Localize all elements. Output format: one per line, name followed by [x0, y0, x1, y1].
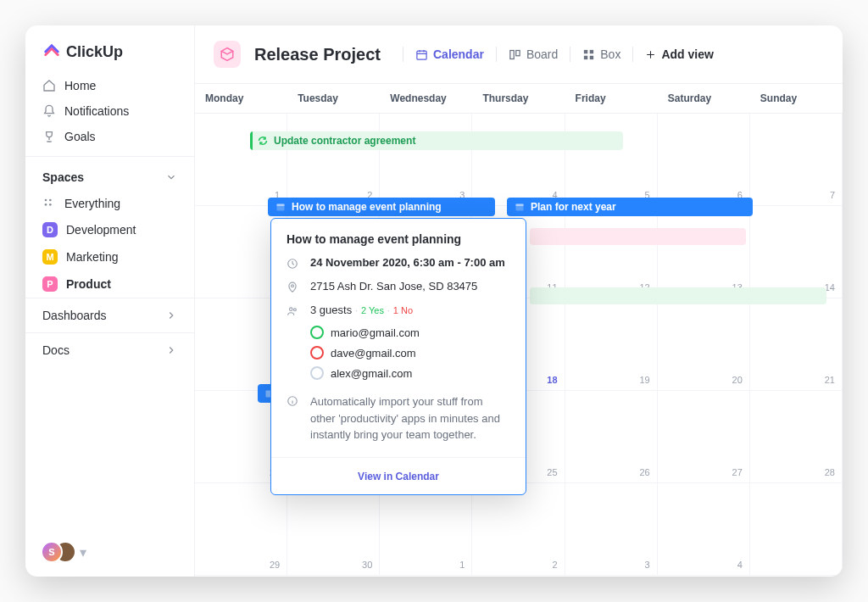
event-label: Update contractor agreement — [274, 135, 415, 147]
spaces-header[interactable]: Spaces — [25, 156, 194, 191]
calendar-date-icon — [514, 201, 526, 213]
guest-status-icon — [310, 346, 324, 360]
space-development[interactable]: D Development — [25, 216, 194, 243]
calendar-date-icon — [275, 201, 287, 213]
add-view-button[interactable]: Add view — [645, 47, 713, 61]
group-docs[interactable]: Docs — [25, 332, 194, 367]
svg-rect-5 — [510, 50, 514, 59]
calendar-cell[interactable]: 13 — [658, 206, 750, 298]
popover-datetime: 24 November 2020, 6:30 am - 7:00 am — [310, 256, 505, 269]
event-contractor-agreement[interactable]: Update contractor agreement — [250, 131, 623, 150]
calendar-cell[interactable]: 1 — [195, 114, 287, 206]
trophy-icon — [42, 130, 56, 143]
day-header: Monday — [195, 84, 287, 113]
calendar-cell[interactable]: 12 — [565, 206, 658, 298]
brand-logo[interactable]: ClickUp — [25, 25, 194, 73]
svg-rect-6 — [516, 50, 520, 55]
nav-label: Home — [64, 79, 96, 92]
chevron-right-icon — [165, 309, 177, 321]
svg-rect-8 — [590, 49, 593, 53]
tab-box[interactable]: Box — [582, 47, 620, 61]
space-label: Development — [66, 223, 136, 237]
nav-label: Goals — [64, 130, 96, 143]
guest-status-icon — [310, 366, 324, 380]
divider — [496, 47, 497, 62]
space-marketing[interactable]: M Marketing — [25, 243, 194, 270]
avatar-caret-icon[interactable]: ▾ — [80, 544, 86, 560]
calendar-cell[interactable]: 21 — [750, 298, 843, 391]
svg-rect-4 — [417, 51, 426, 59]
event-plan-next-year[interactable]: Plan for next year — [507, 198, 753, 216]
calendar-cell[interactable]: 3 — [565, 483, 658, 576]
nav-home[interactable]: Home — [25, 73, 194, 98]
date-num: 27 — [732, 467, 743, 477]
calendar-cell[interactable]: 14 — [750, 206, 843, 298]
plus-icon — [645, 49, 656, 60]
space-everything[interactable]: Everything — [25, 191, 194, 216]
tab-board[interactable]: Board — [509, 47, 558, 61]
calendar-cell[interactable]: 1 — [380, 483, 472, 576]
date-num: 20 — [732, 375, 743, 385]
calendar-cell[interactable]: 7 — [750, 114, 843, 206]
tab-label: Box — [600, 47, 620, 61]
calendar-cell[interactable]: 28 — [750, 391, 843, 483]
date-num: 21 — [825, 375, 835, 385]
popover-title: How to manage event planning — [271, 219, 526, 251]
svg-rect-12 — [277, 204, 285, 207]
event-bar-pink[interactable] — [530, 228, 746, 245]
guest-row[interactable]: dave@gmail.com — [271, 343, 526, 363]
svg-rect-14 — [516, 204, 524, 207]
tab-label: Calendar — [433, 47, 484, 61]
event-manage-event-planning[interactable]: How to manage event planning — [268, 198, 495, 216]
popover-guests-row: 3 guests · 2 Yes · 1 No — [271, 298, 526, 322]
guests-summary: 3 guests — [310, 304, 352, 316]
space-badge: P — [42, 276, 58, 292]
day-header: Friday — [565, 84, 658, 113]
calendar-cell[interactable]: 6 — [658, 114, 750, 206]
board-icon — [509, 48, 521, 61]
guest-email: dave@gmail.com — [331, 347, 416, 360]
svg-point-0 — [45, 199, 47, 202]
svg-point-2 — [45, 203, 47, 206]
event-label: Plan for next year — [531, 201, 616, 213]
popover-datetime-row: 24 November 2020, 6:30 am - 7:00 am — [271, 251, 526, 275]
day-header: Saturday — [658, 84, 750, 113]
group-label: Dashboards — [42, 309, 107, 322]
calendar-cell[interactable]: 2 — [472, 483, 565, 576]
view-in-calendar-link[interactable]: View in Calendar — [358, 471, 439, 482]
nav-notifications[interactable]: Notifications — [25, 98, 194, 124]
calendar-cell[interactable]: 19 — [565, 298, 658, 391]
svg-point-19 — [293, 309, 296, 311]
calendar-cell[interactable]: 4 — [658, 483, 750, 576]
calendar-cell[interactable] — [750, 483, 843, 576]
group-dashboards[interactable]: Dashboards — [25, 298, 194, 332]
calendar-cell[interactable]: 3 — [380, 114, 472, 206]
user-avatar[interactable] — [41, 541, 63, 563]
tab-label: Add view — [661, 47, 713, 61]
topbar: Release Project Calendar Board Box — [195, 25, 843, 84]
calendar-cell[interactable]: 4 — [472, 114, 565, 206]
guest-row[interactable]: mario@gmail.com — [271, 322, 526, 343]
calendar-cell[interactable]: 20 — [658, 298, 750, 391]
guest-row[interactable]: alex@gmail.com — [271, 363, 526, 383]
calendar-cell[interactable]: 26 — [565, 391, 658, 483]
sidebar-footer: ▾ — [25, 527, 194, 577]
calendar-cell[interactable]: 29 — [195, 483, 287, 576]
calendar-cell[interactable]: 30 — [287, 483, 380, 576]
event-bar-green[interactable] — [530, 287, 826, 304]
calendar-cell[interactable]: 5 — [565, 114, 658, 206]
day-header: Wednesday — [380, 84, 472, 113]
svg-rect-9 — [584, 55, 587, 59]
calendar-cell[interactable]: 2 — [287, 114, 380, 206]
nav-goals[interactable]: Goals — [25, 124, 194, 149]
refresh-icon — [257, 135, 269, 147]
calendar-cell[interactable]: 27 — [658, 391, 750, 483]
popover-location: 2715 Ash Dr. San Jose, SD 83475 — [310, 280, 477, 293]
space-product[interactable]: P Product — [25, 270, 194, 298]
date-num: 19 — [639, 375, 649, 385]
people-icon — [287, 305, 300, 317]
svg-point-18 — [290, 308, 293, 311]
tab-calendar[interactable]: Calendar — [415, 47, 484, 61]
guest-email: mario@gmail.com — [331, 326, 420, 339]
space-label: Marketing — [66, 250, 118, 264]
